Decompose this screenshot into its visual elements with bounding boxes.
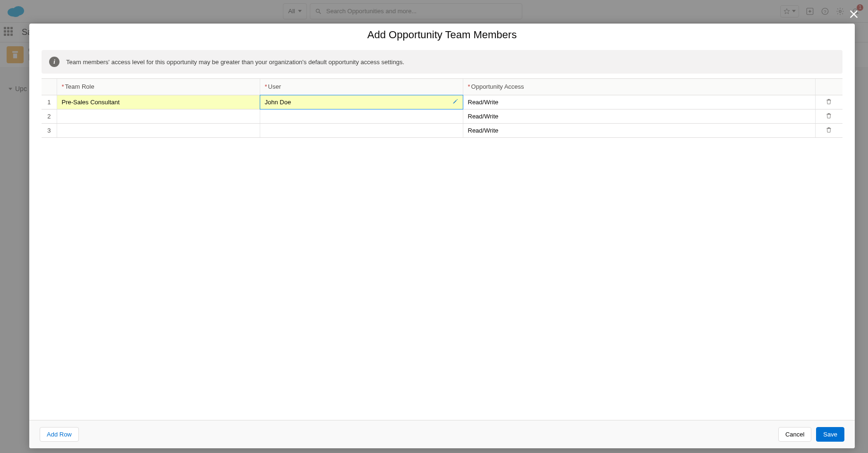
team-role-cell[interactable]: Pre-Sales Consultant	[57, 95, 260, 109]
team-members-table: Team Role User Opportunity Access 1 Pre-…	[42, 79, 842, 138]
save-button[interactable]: Save	[816, 427, 844, 442]
user-cell[interactable]: John Doe	[260, 95, 463, 109]
trash-icon	[825, 112, 832, 119]
table-row: 3 Read/Write	[42, 123, 842, 137]
pencil-icon	[452, 99, 458, 106]
col-header-user: User	[260, 79, 463, 95]
row-number: 1	[42, 95, 57, 109]
user-cell[interactable]	[260, 123, 463, 137]
modal-title: Add Opportunity Team Members	[367, 29, 517, 41]
info-banner: i Team members' access level for this op…	[42, 50, 842, 74]
col-header-number	[42, 79, 57, 95]
team-role-value: Pre-Sales Consultant	[57, 95, 260, 109]
user-value	[260, 124, 463, 137]
col-header-access: Opportunity Access	[463, 79, 815, 95]
trash-icon	[825, 126, 832, 133]
col-header-actions	[815, 79, 842, 95]
table-row: 2 Read/Write	[42, 109, 842, 123]
access-value: Read/Write	[463, 95, 815, 109]
cancel-button[interactable]: Cancel	[778, 427, 811, 442]
info-text: Team members' access level for this oppo…	[66, 59, 404, 66]
access-cell[interactable]: Read/Write	[463, 123, 815, 137]
team-role-value	[57, 124, 260, 137]
modal-footer: Add Row Cancel Save	[29, 420, 855, 448]
delete-row-button[interactable]	[815, 109, 842, 123]
access-value: Read/Write	[463, 109, 815, 123]
delete-row-button[interactable]	[815, 95, 842, 109]
team-role-value	[57, 109, 260, 123]
modal-header: Add Opportunity Team Members	[29, 24, 855, 46]
user-cell[interactable]	[260, 109, 463, 123]
team-role-cell[interactable]	[57, 109, 260, 123]
delete-row-button[interactable]	[815, 123, 842, 137]
add-row-button[interactable]: Add Row	[40, 427, 79, 442]
add-team-members-modal: Add Opportunity Team Members i Team memb…	[29, 24, 855, 448]
access-cell[interactable]: Read/Write	[463, 109, 815, 123]
table-header-row: Team Role User Opportunity Access	[42, 79, 842, 95]
team-role-cell[interactable]	[57, 123, 260, 137]
user-value	[260, 109, 463, 123]
table-row: 1 Pre-Sales Consultant John Doe Re	[42, 95, 842, 109]
team-table-container: Team Role User Opportunity Access 1 Pre-…	[42, 78, 842, 420]
col-header-team-role: Team Role	[57, 79, 260, 95]
user-value: John Doe	[265, 99, 291, 106]
row-number: 2	[42, 109, 57, 123]
row-number: 3	[42, 123, 57, 137]
access-value: Read/Write	[463, 124, 815, 137]
close-icon	[849, 9, 859, 19]
access-cell[interactable]: Read/Write	[463, 95, 815, 109]
info-icon: i	[49, 57, 60, 67]
trash-icon	[825, 98, 832, 105]
modal-close-button[interactable]	[846, 7, 861, 22]
